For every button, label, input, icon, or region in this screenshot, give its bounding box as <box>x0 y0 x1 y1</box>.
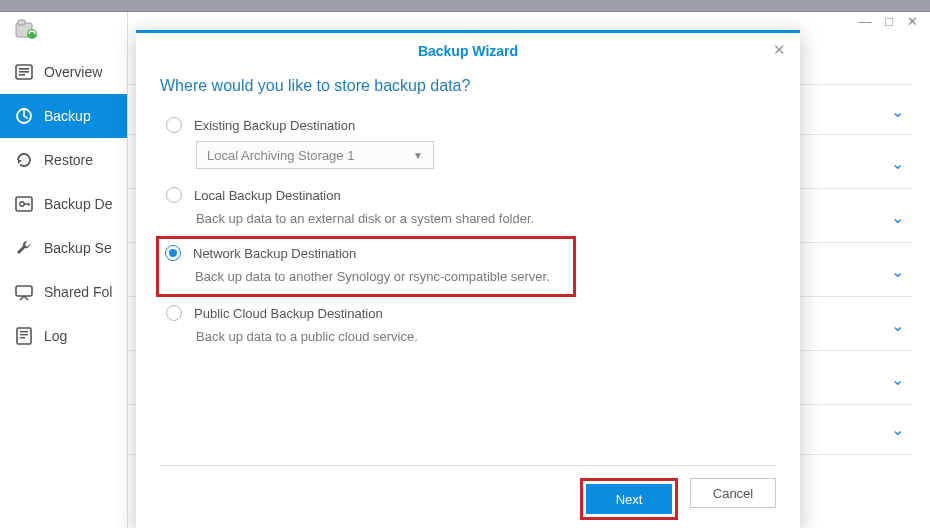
share-icon <box>14 282 34 302</box>
existing-destination-select[interactable]: Local Archiving Storage 1 ▼ <box>196 141 434 169</box>
sidebar-item-shared-folder[interactable]: Shared Fol <box>0 270 127 314</box>
svg-rect-4 <box>19 68 29 70</box>
option-label: Existing Backup Destination <box>194 118 355 133</box>
svg-rect-5 <box>19 71 29 73</box>
chevron-down-icon[interactable]: ⌄ <box>891 262 904 281</box>
app-icon <box>14 18 40 40</box>
chevron-down-icon[interactable]: ⌄ <box>891 102 904 121</box>
modal-title: Backup Wizard <box>418 43 518 59</box>
sidebar-item-label: Shared Fol <box>44 284 112 300</box>
wrench-icon <box>14 238 34 258</box>
window-controls: — □ ✕ <box>858 14 918 29</box>
option-label: Local Backup Destination <box>194 188 341 203</box>
chevron-down-icon: ▼ <box>413 150 423 161</box>
option-description: Back up data to an external disk or a sy… <box>196 211 776 226</box>
option-description: Back up data to another Synology or rsyn… <box>195 269 563 284</box>
sidebar-item-backup-services[interactable]: Backup Se <box>0 226 127 270</box>
sidebar-item-label: Overview <box>44 64 102 80</box>
select-value: Local Archiving Storage 1 <box>207 148 354 163</box>
modal-body: Where would you like to store backup dat… <box>136 69 800 465</box>
modal-question: Where would you like to store backup dat… <box>160 77 776 95</box>
svg-rect-6 <box>19 74 25 76</box>
chevron-down-icon[interactable]: ⌄ <box>891 420 904 439</box>
app-window: — □ ✕ Overview Backup Restore B <box>0 12 930 528</box>
key-icon <box>14 194 34 214</box>
option-network-destination[interactable]: Network Backup Destination Back up data … <box>165 245 563 284</box>
backup-icon <box>14 106 34 126</box>
radio-icon[interactable] <box>166 117 182 133</box>
svg-rect-12 <box>20 331 28 332</box>
option-existing-destination[interactable]: Existing Backup Destination Local Archiv… <box>160 109 776 179</box>
sidebar-item-backup-destination[interactable]: Backup De <box>0 182 127 226</box>
sidebar-item-overview[interactable]: Overview <box>0 50 127 94</box>
restore-icon <box>14 150 34 170</box>
radio-icon[interactable] <box>165 245 181 261</box>
option-label: Network Backup Destination <box>193 246 356 261</box>
backup-wizard-modal: Backup Wizard ✕ Where would you like to … <box>136 30 800 528</box>
sidebar-item-label: Backup <box>44 108 91 124</box>
radio-icon[interactable] <box>166 305 182 321</box>
sidebar-item-log[interactable]: Log <box>0 314 127 358</box>
sidebar-item-label: Restore <box>44 152 93 168</box>
overview-icon <box>14 62 34 82</box>
minimize-button[interactable]: — <box>858 14 871 29</box>
option-local-destination[interactable]: Local Backup Destination Back up data to… <box>160 179 776 236</box>
option-description: Back up data to a public cloud service. <box>196 329 776 344</box>
titlebar <box>0 0 930 12</box>
svg-rect-10 <box>16 286 32 296</box>
log-icon <box>14 326 34 346</box>
radio-icon[interactable] <box>166 187 182 203</box>
sidebar-item-label: Backup De <box>44 196 112 212</box>
close-window-button[interactable]: ✕ <box>907 14 918 29</box>
sidebar-item-backup[interactable]: Backup <box>0 94 127 138</box>
modal-footer: Next Cancel <box>160 465 776 528</box>
svg-rect-13 <box>20 334 28 335</box>
chevron-down-icon[interactable]: ⌄ <box>891 370 904 389</box>
svg-rect-1 <box>18 20 25 25</box>
option-label: Public Cloud Backup Destination <box>194 306 383 321</box>
maximize-button[interactable]: □ <box>885 14 893 29</box>
highlight-network-option: Network Backup Destination Back up data … <box>156 236 576 297</box>
chevron-down-icon[interactable]: ⌄ <box>891 154 904 173</box>
svg-rect-14 <box>20 337 25 338</box>
next-button[interactable]: Next <box>586 484 672 514</box>
sidebar: Overview Backup Restore Backup De Backup… <box>0 12 128 528</box>
highlight-next-button: Next <box>580 478 678 520</box>
cancel-button[interactable]: Cancel <box>690 478 776 508</box>
sidebar-item-restore[interactable]: Restore <box>0 138 127 182</box>
chevron-down-icon[interactable]: ⌄ <box>891 208 904 227</box>
svg-point-9 <box>20 202 24 206</box>
sidebar-item-label: Backup Se <box>44 240 112 256</box>
close-icon[interactable]: ✕ <box>773 41 786 59</box>
svg-rect-11 <box>17 328 31 344</box>
option-public-cloud-destination[interactable]: Public Cloud Backup Destination Back up … <box>160 297 776 354</box>
sidebar-item-label: Log <box>44 328 67 344</box>
chevron-down-icon[interactable]: ⌄ <box>891 316 904 335</box>
modal-header: Backup Wizard ✕ <box>136 33 800 69</box>
